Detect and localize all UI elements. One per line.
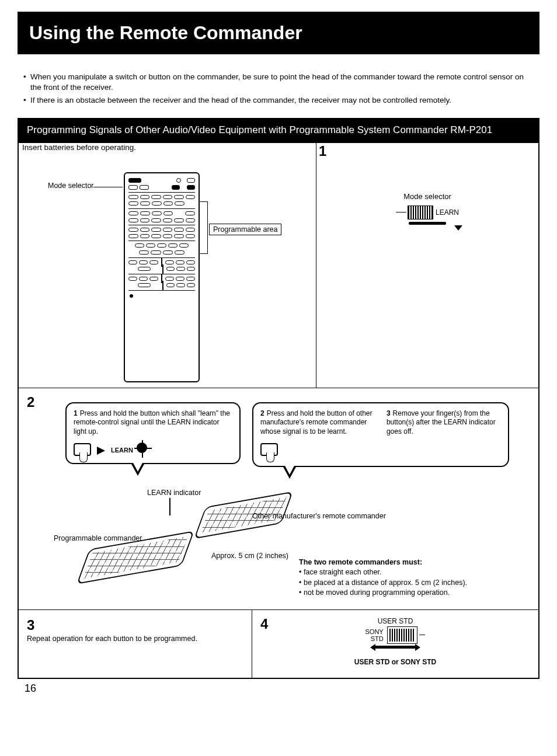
step-4-bottom-label: USER STD or SONY STD	[354, 658, 436, 666]
callout-1-num: 1	[74, 409, 78, 417]
press-button-icon	[260, 443, 278, 456]
step-1-mode-selector-label: Mode selector	[325, 192, 530, 201]
learn-label: LEARN	[436, 208, 459, 217]
remote-commander-illustration	[124, 172, 200, 382]
arrow-right-icon	[97, 447, 105, 455]
step-3-panel: 3 Repeat operation for each button to be…	[19, 610, 252, 678]
requirements-block: The two remote commanders must: •face st…	[299, 558, 467, 598]
std-label: STD	[371, 635, 384, 642]
step-2-number: 2	[27, 394, 34, 410]
insert-batteries-text: Insert batteries before operating.	[22, 143, 136, 152]
mode-selector-switch-icon	[387, 626, 417, 644]
step-2-callout-1: 1Press and hold the button which shall "…	[65, 402, 241, 465]
step-3-number: 3	[27, 617, 243, 633]
double-arrow-icon	[375, 646, 416, 649]
panel-remote-overview: Insert batteries before operating. Mode …	[19, 143, 316, 388]
mode-selector-label: Mode selector	[48, 182, 94, 190]
callout-line-icon	[93, 187, 123, 188]
two-remotes-illustration	[83, 493, 293, 593]
step-2-callout-2-3: 2Press and hold the button of other manu…	[252, 402, 509, 467]
callout-2-text: Press and hold the button of other manuf…	[260, 409, 372, 436]
user-std-label: USER STD	[354, 617, 436, 625]
requirement-3: not be moved during programming operatio…	[304, 588, 450, 597]
callout-3-num: 3	[387, 409, 391, 417]
page-number: 16	[25, 682, 539, 695]
other-commander-label: Other manufacturer's remote commander	[252, 512, 386, 521]
callout-1-text: Press and hold the button which shall "l…	[74, 409, 230, 436]
mode-selector-switch-icon: LEARN	[396, 205, 459, 225]
step-1-number: 1	[319, 143, 326, 159]
requirement-2: be placed at a distance of approx. 5 cm …	[304, 579, 467, 587]
intro-block: •When you manipulate a switch or button …	[18, 72, 539, 118]
requirement-1: face straight each other.	[304, 568, 381, 576]
learn-text: LEARN	[111, 446, 133, 454]
intro-bullet-1: When you manipulate a switch or button o…	[30, 72, 534, 93]
bracket-icon	[200, 201, 208, 254]
callout-3-text: Remove your finger(s) from the button(s)…	[387, 409, 496, 436]
programmable-area-label: Programmable area	[209, 224, 281, 235]
callout-2-num: 2	[260, 409, 264, 417]
indicator-light-icon	[137, 443, 147, 453]
programming-section: Programming Signals of Other Audio/Video…	[18, 118, 539, 679]
approx-distance-label: Approx. 5 cm (2 inches)	[211, 552, 288, 560]
step-4-panel: 4 USER STD SONYSTD USER STD or SONY STD	[252, 610, 538, 678]
section-header: Programming Signals of Other Audio/Video…	[19, 118, 538, 143]
intro-bullet-2: If there is an obstacle between the rece…	[30, 95, 451, 106]
press-button-icon	[74, 443, 91, 456]
page-title: Using the Remote Commander	[18, 12, 539, 54]
programmable-commander-label: Programmable commander	[54, 534, 142, 543]
step-4-number: 4	[260, 616, 268, 632]
step-3-text: Repeat operation for each button to be p…	[27, 635, 243, 643]
requirements-title: The two remote commanders must:	[299, 558, 467, 568]
step-1-panel: 1 Mode selector LEARN	[316, 143, 538, 388]
step-2-panel: 2 1Press and hold the button which shall…	[19, 388, 538, 610]
sony-label: SONY	[365, 628, 384, 635]
